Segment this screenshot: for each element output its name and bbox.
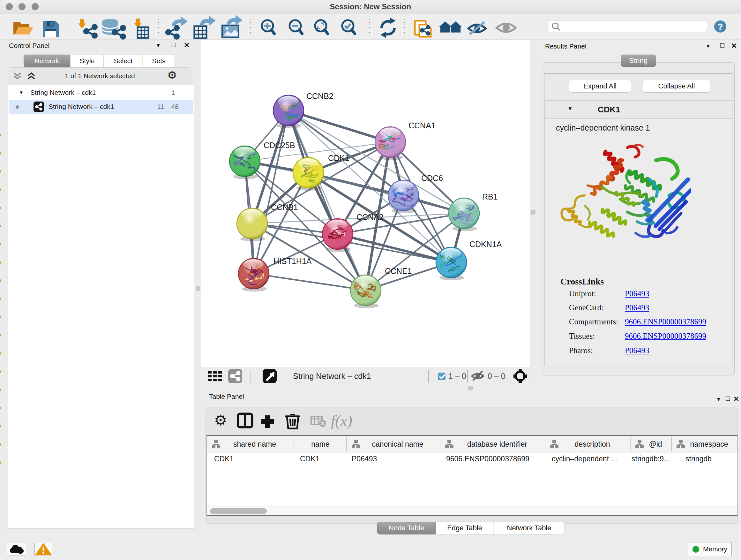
svg-text:RB1: RB1	[482, 192, 498, 201]
svg-text:stringdb: stringdb	[685, 455, 712, 463]
svg-text:shared name: shared name	[233, 440, 276, 448]
svg-text:stringdb:9...: stringdb:9...	[631, 455, 670, 463]
svg-text:CDC25B: CDC25B	[264, 141, 295, 150]
svg-text:CDK1: CDK1	[300, 455, 320, 463]
svg-text:CDK1: CDK1	[328, 153, 349, 163]
svg-text:name: name	[311, 440, 330, 448]
svg-text:9606.ENSP00000378699: 9606.ENSP00000378699	[446, 455, 529, 463]
svg-text:CDK1: CDK1	[214, 455, 233, 463]
svg-text:CCNB2: CCNB2	[307, 91, 333, 101]
svg-text:f(x): f(x)	[331, 412, 352, 429]
svg-text:CCNA1: CCNA1	[408, 121, 435, 130]
svg-text:HIST1H1A: HIST1H1A	[273, 257, 312, 266]
svg-text:0 – 0: 0 – 0	[488, 372, 506, 381]
svg-text:canonical name: canonical name	[372, 440, 423, 448]
svg-text:CCNE1: CCNE1	[385, 266, 412, 275]
svg-text:CCNB1: CCNB1	[271, 203, 298, 212]
svg-text:@id: @id	[649, 440, 662, 448]
svg-text:description: description	[575, 440, 610, 448]
svg-text:⚙: ⚙	[214, 412, 227, 428]
svg-text:CDC6: CDC6	[421, 174, 443, 183]
svg-text:cyclin–dependent ...: cyclin–dependent ...	[552, 455, 617, 463]
svg-text:?: ?	[718, 22, 723, 32]
svg-text:CCNA2: CCNA2	[356, 212, 384, 222]
svg-text:database identifier: database identifier	[467, 440, 527, 448]
svg-text:1 – 0: 1 – 0	[448, 372, 466, 381]
svg-text:CDKN1A: CDKN1A	[469, 240, 502, 249]
svg-text:String Network – cdk1: String Network – cdk1	[293, 372, 371, 381]
svg-text:namespace: namespace	[690, 440, 728, 448]
svg-text:P06493: P06493	[352, 455, 377, 463]
